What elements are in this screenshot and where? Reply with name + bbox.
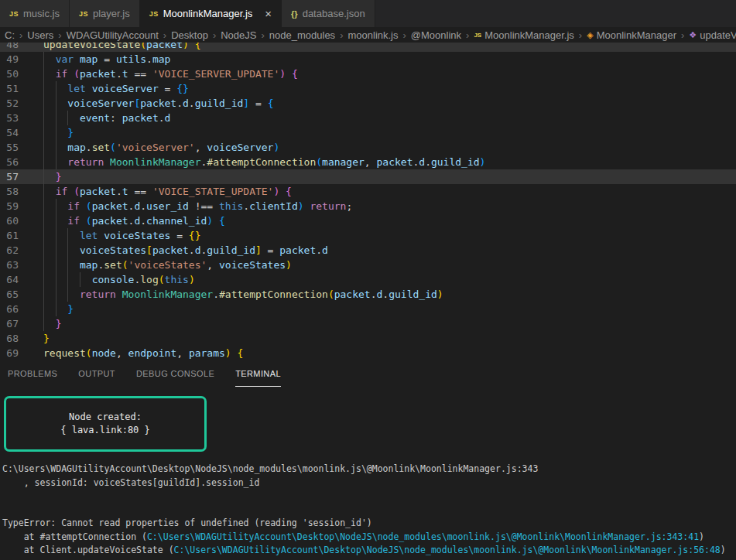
breadcrumb-label: updateVoiceState bbox=[700, 29, 736, 41]
line-number: 57 bbox=[0, 169, 19, 184]
close-tab-icon[interactable]: × bbox=[265, 8, 272, 19]
code-text: map.set('voiceStates', voiceStates) bbox=[43, 258, 736, 272]
line-number: 59 bbox=[0, 199, 19, 213]
chevron-right-icon: › bbox=[466, 29, 469, 41]
indent-guide bbox=[56, 140, 56, 155]
code-line-59[interactable]: 59 if (packet.d.user_id !== this.clientI… bbox=[0, 199, 736, 213]
code-text: var map = utils.map bbox=[43, 52, 736, 67]
line-number: 56 bbox=[0, 155, 19, 169]
chevron-right-icon: › bbox=[340, 29, 343, 41]
breadcrumb-item-moonlinkmanager[interactable]: ◈MoonlinkManager bbox=[587, 29, 676, 41]
indent-guide bbox=[43, 140, 44, 155]
terminal-output: C:\Users\WDAGUtilityAccount\Desktop\Node… bbox=[2, 463, 736, 558]
chevron-right-icon: › bbox=[261, 29, 264, 41]
code-line-49[interactable]: 49 var map = utils.map bbox=[0, 52, 736, 67]
code-editor[interactable]: 48updateVoiceState(packet) {49 var map =… bbox=[0, 43, 736, 361]
breadcrumb-item-users[interactable]: Users bbox=[27, 29, 53, 41]
code-line-52[interactable]: 52 voiceServer[packet.d.guild_id] = { bbox=[0, 96, 736, 111]
indent-guide bbox=[43, 111, 44, 125]
breadcrumb-item-nodejs[interactable]: NodeJS bbox=[221, 29, 256, 41]
breadcrumb-item-c[interactable]: C: bbox=[5, 29, 15, 41]
code-line-53[interactable]: 53 event: packet.d bbox=[0, 111, 736, 125]
code-line-48[interactable]: 48updateVoiceState(packet) { bbox=[0, 43, 736, 52]
code-line-68[interactable]: 68} bbox=[0, 331, 736, 346]
code-line-63[interactable]: 63 map.set('voiceStates', voiceStates) bbox=[0, 258, 736, 272]
indent-guide bbox=[43, 199, 44, 213]
code-line-66[interactable]: 66 } bbox=[0, 302, 736, 316]
code-line-62[interactable]: 62 voiceStates[packet.d.guild_id] = pack… bbox=[0, 243, 736, 258]
terminal[interactable]: Node created: { lava.link:80 } C:\Users\… bbox=[0, 387, 736, 560]
tab-moonlinkmanager-js[interactable]: JSMoonlinkManager.js× bbox=[140, 0, 282, 27]
code-line-57[interactable]: 57 } bbox=[0, 169, 736, 184]
code-text: } bbox=[43, 125, 736, 140]
indent-guide bbox=[67, 287, 68, 302]
breadcrumb-label: Users bbox=[27, 29, 53, 41]
indent-guide bbox=[56, 302, 56, 316]
line-number: 68 bbox=[0, 331, 19, 346]
breadcrumb-label: MoonlinkManager bbox=[597, 29, 676, 41]
terminal-line: , sessionId: voiceStates[guildId].sessio… bbox=[2, 476, 736, 490]
code-line-58[interactable]: 58 if (packet.t == 'VOICE_STATE_UPDATE')… bbox=[0, 184, 736, 199]
indent-guide bbox=[56, 125, 56, 140]
indent-guide bbox=[56, 287, 56, 302]
line-number: 51 bbox=[0, 81, 19, 96]
terminal-line: TypeError: Cannot read properties of und… bbox=[2, 517, 736, 531]
chevron-right-icon: › bbox=[681, 29, 684, 41]
code-line-64[interactable]: 64 console.log(this) bbox=[0, 272, 736, 287]
code-line-69[interactable]: 69request(node, endpoint, params) { bbox=[0, 346, 736, 360]
js-file-icon: JS bbox=[79, 10, 88, 18]
chevron-right-icon: › bbox=[213, 29, 216, 41]
indent-guide bbox=[56, 243, 56, 258]
code-line-60[interactable]: 60 if (packet.d.channel_id) { bbox=[0, 213, 736, 228]
breadcrumb-item-wdagutilityaccount[interactable]: WDAGUtilityAccount bbox=[67, 29, 159, 41]
js-file-icon: JS bbox=[149, 10, 159, 18]
breadcrumb-label: C: bbox=[5, 29, 15, 41]
panel-tab-terminal[interactable]: TERMINAL bbox=[235, 361, 281, 387]
tab-music-js[interactable]: JSmusic.js bbox=[0, 0, 70, 27]
node-box-line-2: { lava.link:80 } bbox=[6, 424, 204, 437]
indent-guide bbox=[43, 243, 44, 258]
line-number: 66 bbox=[0, 302, 19, 316]
code-line-67[interactable]: 67 } bbox=[0, 316, 736, 331]
breadcrumb-label: MoonlinkManager.js bbox=[484, 29, 574, 41]
line-number: 53 bbox=[0, 111, 19, 125]
breadcrumb-item-updatevoicestate[interactable]: ❖updateVoiceState bbox=[689, 29, 736, 41]
chevron-right-icon: › bbox=[163, 29, 166, 41]
code-line-65[interactable]: 65 return MoonlinkManager.#attemptConnec… bbox=[0, 287, 736, 302]
indent-guide bbox=[43, 52, 44, 67]
breadcrumb-item-moonlinkmanager-js[interactable]: JSMoonlinkManager.js bbox=[474, 29, 573, 41]
code-line-51[interactable]: 51 let voiceServer = {} bbox=[0, 81, 736, 96]
indent-guide bbox=[43, 81, 44, 96]
panel-tab-debug-console[interactable]: DEBUG CONSOLE bbox=[136, 361, 214, 387]
panel-tab-output[interactable]: OUTPUT bbox=[78, 361, 115, 387]
code-line-55[interactable]: 55 map.set('voiceServer', voiceServer) bbox=[0, 140, 736, 155]
chevron-right-icon: › bbox=[579, 29, 582, 41]
indent-guide bbox=[43, 96, 44, 111]
tab-label: player.js bbox=[93, 8, 130, 19]
chevron-right-icon: › bbox=[19, 29, 22, 41]
node-box-line-1: Node created: bbox=[6, 411, 204, 424]
line-number: 65 bbox=[0, 287, 19, 302]
indent-guide bbox=[43, 258, 44, 272]
breadcrumb-item-desktop[interactable]: Desktop bbox=[171, 29, 208, 41]
chevron-right-icon: › bbox=[403, 29, 406, 41]
panel-tab-problems[interactable]: PROBLEMS bbox=[8, 361, 57, 387]
terminal-line bbox=[2, 490, 736, 504]
breadcrumb-item-moonlink-js[interactable]: moonlink.js bbox=[347, 29, 398, 41]
indent-guide bbox=[56, 111, 56, 125]
code-line-54[interactable]: 54 } bbox=[0, 125, 736, 140]
breadcrumb: C:›Users›WDAGUtilityAccount›Desktop›Node… bbox=[0, 27, 736, 43]
code-line-50[interactable]: 50 if (packet.t == 'VOICE_SERVER_UPDATE'… bbox=[0, 67, 736, 81]
breadcrumb-item-node-modules[interactable]: node_modules bbox=[269, 29, 335, 41]
breadcrumb-item-moonlink[interactable]: @Moonlink bbox=[411, 29, 461, 41]
tab-label: MoonlinkManager.js bbox=[163, 8, 253, 19]
indent-guide bbox=[43, 125, 44, 140]
code-line-56[interactable]: 56 return MoonlinkManager.#attemptConnec… bbox=[0, 155, 736, 169]
indent-guide bbox=[56, 272, 56, 287]
bottom-panel: PROBLEMSOUTPUTDEBUG CONSOLETERMINAL Node… bbox=[0, 361, 736, 560]
code-text: voiceServer[packet.d.guild_id] = { bbox=[43, 96, 736, 111]
tab-database-json[interactable]: {}database.json bbox=[282, 0, 375, 27]
code-text: console.log(this) bbox=[43, 272, 736, 287]
tab-player-js[interactable]: JSplayer.js bbox=[70, 0, 140, 27]
code-line-61[interactable]: 61 let voiceStates = {} bbox=[0, 228, 736, 243]
